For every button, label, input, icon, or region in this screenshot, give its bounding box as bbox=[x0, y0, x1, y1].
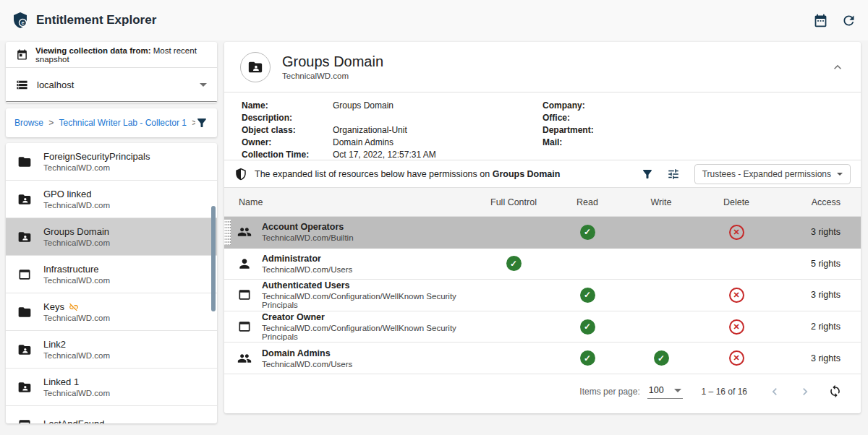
access-cell: 3 rights bbox=[774, 290, 861, 300]
field-label: Mail: bbox=[542, 137, 634, 147]
column-header-name[interactable]: Name bbox=[224, 197, 476, 207]
item-domain: TechnicalWD.com bbox=[43, 276, 110, 285]
column-header-delete[interactable]: Delete bbox=[699, 197, 774, 207]
trustee-path: TechnicalWD.com/Configuration/WellKnown … bbox=[262, 292, 476, 309]
trustee-path: TechnicalWD.com/Users bbox=[262, 265, 352, 274]
allow-check-icon: ✓ bbox=[580, 225, 595, 240]
page-range: 1 – 16 of 16 bbox=[702, 387, 747, 397]
table-row-authenticated-users[interactable]: Authenticated UsersTechnicalWD.com/Confi… bbox=[224, 280, 861, 311]
filter-icon[interactable] bbox=[641, 168, 654, 181]
item-name: LostAndFound bbox=[43, 418, 105, 423]
trustee-name: Authenticated Users bbox=[262, 280, 476, 290]
access-cell: 2 rights bbox=[774, 322, 861, 332]
item-name: ForeignSecurityPrincipals bbox=[43, 151, 150, 162]
full-control-cell: ✓ bbox=[476, 256, 551, 271]
container-icon bbox=[17, 418, 32, 424]
item-domain: TechnicalWD.com bbox=[43, 201, 110, 210]
trustee-path: TechnicalWD.com/Builtin bbox=[262, 233, 354, 242]
sidebar-item-foreignsecurityprincipals[interactable]: ForeignSecurityPrincipalsTechnicalWD.com bbox=[6, 143, 217, 181]
drag-handle[interactable] bbox=[224, 220, 231, 245]
page-subtitle: TechnicalWD.com bbox=[282, 72, 383, 80]
column-header-full-control[interactable]: Full Control bbox=[476, 197, 551, 207]
trustees-view-select[interactable]: Trustees - Expanded permissions bbox=[694, 164, 851, 184]
sidebar-scrollbar[interactable] bbox=[211, 206, 216, 311]
tune-icon[interactable] bbox=[667, 168, 680, 181]
refresh-icon[interactable] bbox=[841, 13, 856, 28]
delete-cell: ✕ bbox=[699, 350, 774, 366]
access-cell: 5 rights bbox=[774, 259, 861, 269]
item-name: Linked 1 bbox=[43, 376, 110, 387]
field-value: Organizational-Unit bbox=[333, 125, 407, 135]
item-domain: TechnicalWD.com bbox=[43, 314, 110, 322]
allow-check-icon: ✓ bbox=[654, 350, 669, 366]
breadcrumb: Browse > Technical Writer Lab - Collecto… bbox=[14, 118, 195, 128]
sidebar-item-keys[interactable]: Keys TechnicalWD.com bbox=[6, 293, 217, 331]
trustee-name: Domain Admins bbox=[262, 348, 352, 358]
server-select[interactable]: localhost bbox=[6, 68, 217, 102]
sidebar-item-linked-1[interactable]: Linked 1TechnicalWD.com bbox=[6, 369, 217, 406]
items-per-page-value: 100 bbox=[649, 385, 664, 395]
sync-icon[interactable] bbox=[828, 384, 842, 398]
field-value: Groups Domain bbox=[333, 100, 393, 111]
collapse-chevron-up-icon[interactable] bbox=[830, 60, 845, 74]
object-list: ForeignSecurityPrincipalsTechnicalWD.com… bbox=[6, 143, 217, 423]
chevron-down-icon bbox=[674, 389, 681, 392]
breadcrumb-filter-icon[interactable] bbox=[195, 116, 208, 129]
snapshot-info-row: Viewing collection data from: Most recen… bbox=[6, 42, 217, 68]
table-row-domain-admins[interactable]: Domain AdminsTechnicalWD.com/Users ✓ ✓ ✕… bbox=[224, 343, 861, 374]
table-row-administrator[interactable]: AdministratorTechnicalWD.com/Users ✓ 5 r… bbox=[224, 249, 861, 280]
item-name: GPO linked bbox=[43, 189, 110, 199]
field-label: Name: bbox=[242, 100, 333, 111]
read-cell: ✓ bbox=[551, 350, 624, 366]
folder-icon bbox=[17, 155, 32, 169]
trustees-view-label: Trustees - Expanded permissions bbox=[702, 169, 831, 179]
server-storage-icon bbox=[16, 79, 28, 91]
app-title: Entitlement Explorer bbox=[36, 13, 156, 27]
sidebar-item-gpo-linked[interactable]: GPO linkedTechnicalWD.com bbox=[6, 181, 217, 218]
folder-icon bbox=[17, 305, 32, 319]
items-per-page-select[interactable]: 100 bbox=[647, 384, 683, 399]
table-header: Name Full Control Read Write Delete Acce… bbox=[224, 188, 861, 217]
group-icon bbox=[237, 225, 252, 239]
permissions-bar: The expanded list of resources below hav… bbox=[224, 160, 861, 188]
field-value: Domain Admins bbox=[333, 137, 393, 147]
snapshot-calendar-icon bbox=[16, 48, 28, 61]
field-value: Oct 17, 2022, 12:57:31 AM bbox=[333, 150, 436, 160]
object-details: Name:Groups Domain Description: Object c… bbox=[224, 92, 861, 160]
previous-page-icon[interactable] bbox=[767, 384, 782, 399]
read-cell: ✓ bbox=[551, 319, 624, 335]
item-domain: TechnicalWD.com bbox=[43, 163, 150, 172]
sidebar-item-lostandfound[interactable]: LostAndFound bbox=[6, 406, 217, 423]
next-page-icon[interactable] bbox=[798, 384, 812, 399]
folder-shared-icon bbox=[17, 343, 32, 357]
column-header-read[interactable]: Read bbox=[551, 197, 624, 207]
sidebar-item-infrastructure[interactable]: InfrastructureTechnicalWD.com bbox=[6, 256, 217, 293]
allow-check-icon: ✓ bbox=[580, 319, 595, 335]
group-icon bbox=[237, 351, 252, 366]
trustee-path: TechnicalWD.com/Configuration/WellKnown … bbox=[262, 324, 476, 341]
access-cell: 3 rights bbox=[774, 227, 861, 237]
table-row-creator-owner[interactable]: Creator OwnerTechnicalWD.com/Configurati… bbox=[224, 311, 861, 343]
app-logo-shield-icon bbox=[12, 12, 29, 29]
allow-check-icon: ✓ bbox=[506, 256, 522, 271]
breadcrumb-collector-link[interactable]: Technical Writer Lab - Collector 1 bbox=[59, 118, 187, 128]
container-icon bbox=[237, 288, 252, 302]
field-label: Description: bbox=[242, 113, 333, 123]
column-header-write[interactable]: Write bbox=[624, 197, 699, 207]
column-header-access[interactable]: Access bbox=[774, 197, 861, 207]
item-domain: TechnicalWD.com bbox=[43, 238, 110, 247]
server-name: localhost bbox=[37, 79, 191, 90]
sidebar-item-link2[interactable]: Link2TechnicalWD.com bbox=[6, 331, 217, 369]
calendar-icon[interactable] bbox=[813, 13, 828, 28]
sidebar-item-groups-domain[interactable]: Groups DomainTechnicalWD.com bbox=[6, 218, 217, 256]
delete-cell: ✕ bbox=[699, 225, 774, 240]
delete-cell: ✕ bbox=[699, 319, 774, 335]
trustee-path: TechnicalWD.com/Users bbox=[262, 360, 352, 369]
snapshot-card: Viewing collection data from: Most recen… bbox=[6, 42, 217, 103]
link-off-icon bbox=[69, 302, 79, 312]
item-domain: TechnicalWD.com bbox=[43, 389, 110, 397]
delete-cell: ✕ bbox=[699, 288, 774, 303]
table-row-account-operators[interactable]: Account OperatorsTechnicalWD.com/Builtin… bbox=[224, 217, 861, 249]
breadcrumb-browse-link[interactable]: Browse bbox=[14, 118, 43, 128]
write-cell: ✓ bbox=[624, 350, 699, 366]
